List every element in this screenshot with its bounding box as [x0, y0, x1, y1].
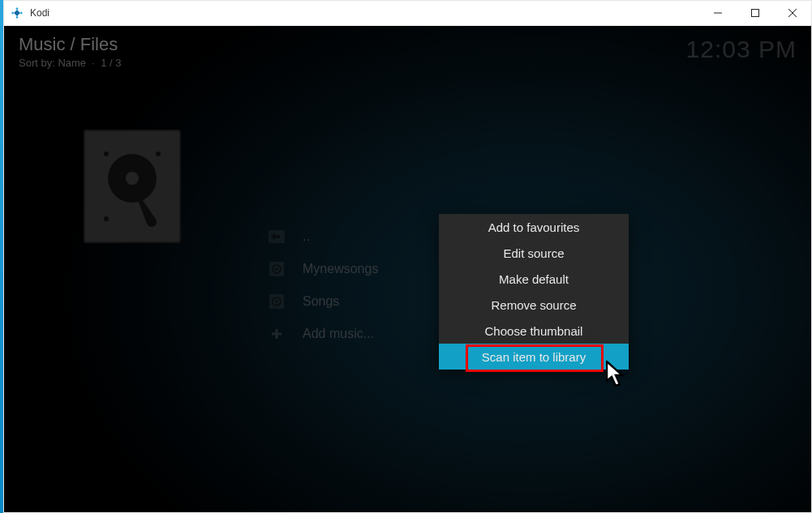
- window-close-button[interactable]: [774, 1, 811, 25]
- ctx-remove-source[interactable]: Remove source: [439, 292, 629, 318]
- file-label: ..: [303, 229, 310, 244]
- ctx-scan-to-library[interactable]: Scan item to library: [439, 344, 629, 370]
- ctx-add-to-favourites[interactable]: Add to favourites: [439, 214, 629, 240]
- clock-label: 12:03 PM: [686, 36, 797, 63]
- svg-rect-1: [11, 11, 14, 14]
- back-arrow-icon: [269, 229, 285, 245]
- plus-icon: [269, 326, 285, 342]
- svg-rect-3: [15, 16, 18, 19]
- svg-point-24: [275, 300, 277, 302]
- ctx-make-default[interactable]: Make default: [439, 266, 629, 292]
- breadcrumb: Music / Files: [19, 34, 121, 55]
- file-label: Mynewsongs: [303, 262, 378, 276]
- window-maximize-button[interactable]: [737, 1, 774, 25]
- svg-point-21: [275, 267, 277, 270]
- hard-disk-icon: [98, 146, 166, 227]
- svg-rect-4: [14, 10, 20, 16]
- ctx-choose-thumbnail[interactable]: Choose thumbnail: [439, 318, 629, 344]
- page-header: Music / Files Sort by: Name · 1 / 3: [19, 34, 121, 69]
- sort-info: Sort by: Name · 1 / 3: [19, 57, 121, 69]
- ctx-edit-source[interactable]: Edit source: [439, 240, 629, 266]
- svg-point-13: [147, 217, 157, 227]
- svg-rect-6: [752, 10, 759, 17]
- kodi-app-body: Music / Files Sort by: Name · 1 / 3 12:0…: [4, 26, 811, 512]
- window-minimize-button[interactable]: [699, 1, 737, 25]
- context-menu: Add to favourites Edit source Make defau…: [439, 214, 629, 370]
- file-label: Add music...: [303, 327, 374, 341]
- svg-rect-2: [20, 11, 23, 14]
- sort-label[interactable]: Sort by: Name: [19, 57, 86, 69]
- svg-point-16: [104, 152, 109, 156]
- app-window: Kodi Music / Files Sort by: Name · 1 / 3…: [3, 0, 812, 513]
- window-title: Kodi: [30, 7, 49, 19]
- title-bar: Kodi: [4, 1, 811, 26]
- music-source-icon: [269, 261, 285, 277]
- kodi-logo-icon: [11, 6, 24, 19]
- svg-point-15: [156, 152, 161, 156]
- svg-rect-0: [15, 7, 18, 10]
- list-position: 1 / 3: [101, 57, 121, 69]
- svg-point-14: [104, 216, 109, 221]
- file-label: Songs: [303, 294, 339, 309]
- source-thumbnail: [84, 130, 181, 243]
- music-source-icon: [269, 293, 285, 310]
- svg-point-11: [126, 172, 139, 185]
